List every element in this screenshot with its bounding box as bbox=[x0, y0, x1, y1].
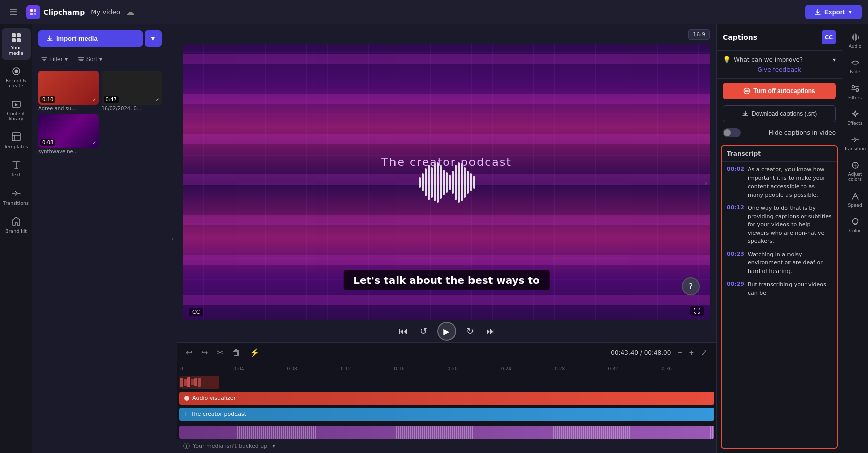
audio-icon bbox=[850, 32, 860, 42]
grid-icon bbox=[11, 32, 22, 43]
transcript-body[interactable]: 00:02 As a creator, you know how importa… bbox=[722, 162, 837, 448]
feedback-section: 💡 What can we improve? ▾ Give feedback bbox=[717, 51, 842, 79]
forward-button[interactable]: ↻ bbox=[464, 324, 476, 339]
media-thumbnail[interactable]: 0:10 ✓ bbox=[38, 71, 99, 105]
transcript-text: But transcribing your videos can be bbox=[748, 281, 832, 297]
cc-icon: CC bbox=[822, 30, 836, 44]
audio-wave-track[interactable] bbox=[179, 426, 714, 439]
skip-forward-button[interactable]: ⏭ bbox=[484, 324, 497, 339]
sidebar-item-text[interactable]: Text bbox=[2, 155, 31, 182]
zoom-out-button[interactable]: − bbox=[675, 347, 684, 359]
list-item: 0:10 ✓ Agree and su... bbox=[38, 71, 99, 111]
transcript-text: Watching in a noisy environment or are d… bbox=[748, 251, 832, 276]
list-item: 0:08 ✓ synthwave ne... bbox=[38, 114, 99, 154]
speed-icon bbox=[850, 191, 860, 201]
sidebar-item-label: Content library bbox=[7, 111, 25, 121]
transcript-time: 00:29 bbox=[727, 281, 744, 297]
right-tool-adjust-colors[interactable]: Adjust colors bbox=[844, 156, 867, 186]
import-media-button[interactable]: Import media bbox=[38, 30, 143, 47]
sidebar-item-brand-kit[interactable]: Brand kit bbox=[2, 212, 31, 238]
help-button[interactable]: ? bbox=[682, 277, 700, 295]
transcript-time: 00:02 bbox=[727, 166, 744, 199]
media-label: synthwave ne... bbox=[38, 149, 99, 154]
zoom-controls: − + ⤢ bbox=[675, 346, 710, 359]
expand-right-icon[interactable]: › bbox=[704, 177, 708, 188]
video-title[interactable]: My video bbox=[91, 8, 120, 16]
delete-button[interactable]: 🗑 bbox=[230, 347, 243, 359]
ruler-mark: 0:24 bbox=[500, 366, 554, 371]
give-feedback-link[interactable]: Give feedback bbox=[723, 66, 836, 73]
cc-badge[interactable]: CC bbox=[189, 308, 203, 316]
hide-captions-toggle[interactable] bbox=[723, 128, 741, 137]
right-tool-transition[interactable]: Transition bbox=[844, 131, 867, 155]
list-item: 00:29 But transcribing your videos can b… bbox=[727, 281, 832, 297]
filter-dropdown-icon: ▾ bbox=[65, 56, 68, 63]
filter-icon bbox=[41, 56, 47, 62]
undo-button[interactable]: ↩ bbox=[183, 346, 195, 359]
right-tool-effects[interactable]: Effects bbox=[844, 105, 867, 130]
play-button[interactable]: ▶ bbox=[437, 322, 456, 341]
record-icon bbox=[11, 66, 22, 77]
redo-button[interactable]: ↪ bbox=[199, 346, 210, 359]
sidebar-item-label: Templates bbox=[4, 144, 28, 149]
svg-point-13 bbox=[852, 86, 854, 88]
cut-button[interactable]: ✂ bbox=[214, 346, 226, 359]
creator-podcast-track[interactable]: T The creator podcast bbox=[179, 408, 714, 421]
timeline-current-time: 00:43.40 / 00:48.00 bbox=[611, 349, 671, 356]
right-tool-speed[interactable]: Speed bbox=[844, 187, 867, 212]
sidebar-item-label: Brand kit bbox=[5, 228, 27, 234]
export-button[interactable]: Export ▼ bbox=[805, 5, 862, 19]
right-tool-audio[interactable]: Audio bbox=[844, 28, 867, 53]
fullscreen-button[interactable]: ⛶ bbox=[690, 306, 704, 316]
table-row bbox=[177, 422, 716, 439]
transitions-icon bbox=[11, 188, 22, 199]
right-tool-filters[interactable]: Filters bbox=[844, 79, 867, 104]
zoom-in-button[interactable]: + bbox=[687, 347, 696, 359]
dropdown-icon: ▾ bbox=[833, 56, 836, 63]
sidebar-item-transitions[interactable]: Transitions bbox=[2, 184, 31, 210]
media-thumbnail[interactable]: 0:47 ✓ bbox=[102, 71, 162, 105]
transcript-text: As a creator, you know how important it … bbox=[748, 166, 832, 199]
split-button[interactable]: ⚡ bbox=[247, 346, 262, 359]
sidebar-item-content-library[interactable]: Content library bbox=[2, 95, 31, 125]
audio-visualizer-track[interactable]: Audio visualizer bbox=[179, 392, 714, 405]
media-thumbnail[interactable]: 0:08 ✓ bbox=[38, 114, 99, 148]
template-icon bbox=[11, 131, 22, 142]
list-item: 0:47 ✓ 16/02/2024, 0... bbox=[102, 71, 162, 111]
media-duration: 0:08 bbox=[40, 139, 55, 146]
transition-icon bbox=[850, 135, 860, 145]
captions-panel-header: Captions CC bbox=[717, 24, 842, 51]
sidebar-item-label: Text bbox=[11, 172, 21, 177]
filter-button[interactable]: Filter ▾ bbox=[38, 54, 71, 65]
download-icon bbox=[742, 110, 749, 117]
sidebar-item-record-create[interactable]: Record & create bbox=[2, 62, 31, 93]
table-row: T The creator podcast bbox=[177, 406, 716, 422]
download-captions-button[interactable]: Download captions (.srt) bbox=[723, 105, 836, 122]
sidebar-item-your-media[interactable]: Your media bbox=[2, 28, 31, 60]
feedback-dropdown[interactable]: 💡 What can we improve? ▾ bbox=[723, 56, 836, 63]
menu-icon[interactable]: ☰ bbox=[6, 5, 20, 19]
turn-off-autocaptions-button[interactable]: Turn off autocaptions bbox=[723, 83, 836, 99]
right-tool-color[interactable]: Color bbox=[844, 213, 867, 237]
rewind-button[interactable]: ↺ bbox=[418, 324, 429, 339]
timeline-tracks: Audio visualizer T The creator podcast bbox=[177, 374, 716, 439]
ruler-mark: 0:32 bbox=[607, 366, 660, 371]
library-icon bbox=[11, 99, 22, 110]
skip-back-button[interactable]: ⏮ bbox=[397, 324, 410, 339]
sidebar-item-templates[interactable]: Templates bbox=[2, 127, 31, 153]
right-tool-fade[interactable]: Fade bbox=[844, 54, 867, 78]
brand-icon bbox=[11, 216, 22, 227]
svg-point-9 bbox=[14, 70, 18, 73]
svg-rect-2 bbox=[30, 13, 33, 15]
aspect-ratio-badge[interactable]: 16:9 bbox=[688, 29, 710, 40]
fit-button[interactable]: ⤢ bbox=[698, 346, 710, 359]
sort-icon bbox=[78, 56, 84, 62]
panel-collapse-handle[interactable]: ‹ bbox=[168, 24, 177, 453]
video-controls: ⏮ ↺ ▶ ↻ ⏭ bbox=[177, 320, 716, 342]
video-toolbar: 16:9 bbox=[177, 24, 716, 44]
sort-button[interactable]: Sort ▾ bbox=[75, 54, 105, 65]
import-dropdown-button[interactable]: ▼ bbox=[145, 30, 162, 47]
filters-icon bbox=[850, 83, 860, 94]
media-check: ✓ bbox=[92, 97, 96, 103]
turn-off-icon bbox=[743, 87, 750, 95]
